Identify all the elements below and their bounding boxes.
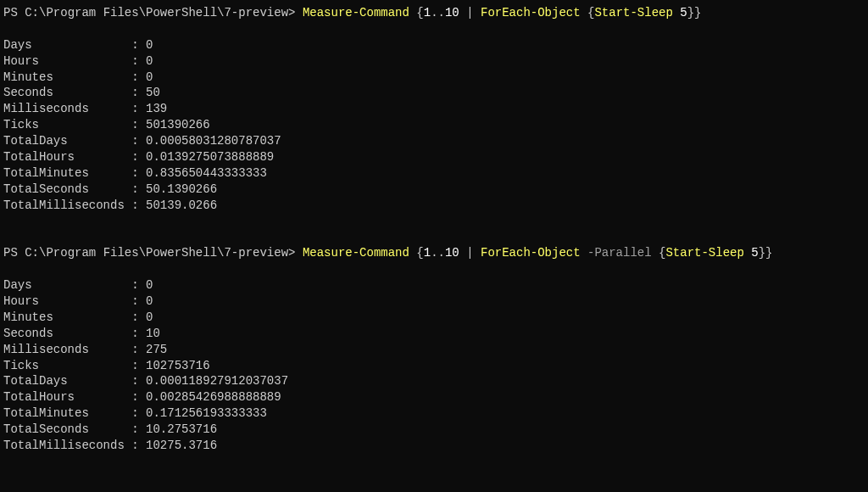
output-value: 0	[139, 294, 153, 308]
output-colon: :	[131, 166, 138, 180]
output-row: Milliseconds : 275	[3, 342, 865, 358]
cmd-token: 5	[673, 6, 687, 20]
output-label: TotalMinutes	[3, 406, 131, 420]
output-value: 10275.3716	[139, 439, 217, 452]
prompt-line: PS C:\Program Files\PowerShell\7-preview…	[3, 5, 865, 21]
output-label: Days	[3, 278, 131, 292]
blank-line	[3, 21, 865, 37]
prompt-prefix: PS	[3, 246, 25, 260]
output-colon: :	[131, 406, 138, 420]
output-value: 139	[139, 102, 168, 115]
output-colon: :	[131, 134, 138, 148]
output-colon: :	[131, 118, 138, 131]
output-value: 50139.0266	[139, 198, 217, 212]
output-colon: :	[131, 310, 138, 324]
output-colon: :	[131, 439, 138, 452]
output-value: 0	[139, 38, 153, 52]
prompt-line: PS C:\Program Files\PowerShell\7-preview…	[3, 245, 865, 261]
output-colon: :	[131, 278, 138, 292]
output-colon: :	[131, 359, 138, 372]
output-label: TotalHours	[3, 390, 131, 404]
output-label: Hours	[3, 294, 131, 308]
prompt-caret: >	[288, 6, 303, 20]
output-colon: :	[131, 390, 138, 404]
output-value: 0.000118927912037037	[139, 374, 288, 388]
cmd-token: -Parallel	[587, 246, 652, 260]
cmd-token: 1	[424, 246, 431, 260]
output-value: 102753716	[139, 359, 210, 372]
cmd-token: |	[459, 246, 481, 260]
command-input[interactable]: Measure-Command {1..10 | ForEach-Object …	[303, 246, 773, 260]
output-colon: :	[131, 182, 138, 196]
output-colon: :	[131, 150, 138, 164]
output-colon: :	[131, 86, 138, 99]
output-value: 0.835650443333333	[139, 166, 267, 180]
output-value: 0	[139, 278, 153, 292]
output-colon: :	[131, 374, 138, 388]
output-value: 0.00285426988888889	[139, 390, 281, 404]
prompt-prefix: PS	[3, 6, 25, 20]
output-label: TotalMilliseconds	[3, 198, 131, 212]
output-row: Minutes : 0	[3, 310, 865, 326]
output-row: TotalDays : 0.000118927912037037	[3, 373, 865, 389]
output-colon: :	[131, 327, 138, 340]
output-row: Milliseconds : 139	[3, 101, 865, 117]
output-row: TotalSeconds : 10.2753716	[3, 422, 865, 438]
output-value: 0.171256193333333	[139, 406, 267, 420]
output-label: Days	[3, 38, 131, 52]
terminal-output[interactable]: PS C:\Program Files\PowerShell\7-preview…	[0, 0, 868, 459]
cmd-token: {	[652, 246, 666, 260]
output-value: 0.00058031280787037	[139, 134, 281, 148]
output-value: 0	[139, 54, 153, 68]
output-value: 50.1390266	[139, 182, 217, 196]
cmd-token: ForEach-Object	[481, 246, 581, 260]
cmd-token: 10	[445, 246, 459, 260]
cmd-token: Start-Sleep	[665, 246, 743, 260]
cmd-token: {	[581, 6, 595, 20]
cmd-token: }}	[759, 246, 773, 260]
output-value: 10.2753716	[139, 422, 217, 436]
cmd-token: 1	[424, 6, 431, 20]
output-row: Seconds : 10	[3, 326, 865, 342]
output-label: Minutes	[3, 70, 131, 84]
output-row: TotalSeconds : 50.1390266	[3, 182, 865, 198]
output-colon: :	[131, 102, 138, 115]
blank-line	[3, 261, 865, 277]
output-label: Milliseconds	[3, 343, 131, 356]
output-label: TotalDays	[3, 374, 131, 388]
output-row: Minutes : 0	[3, 70, 865, 86]
cmd-token: ForEach-Object	[481, 6, 581, 20]
blank-line	[3, 214, 865, 230]
cmd-token: |	[459, 6, 481, 20]
output-row: Hours : 0	[3, 53, 865, 70]
cmd-token: ..	[431, 6, 445, 20]
output-label: TotalSeconds	[3, 422, 131, 436]
output-colon: :	[131, 343, 138, 356]
output-row: TotalMilliseconds : 10275.3716	[3, 438, 865, 454]
cmd-token: ..	[431, 246, 445, 260]
output-row: TotalMinutes : 0.171256193333333	[3, 405, 865, 422]
output-label: TotalMinutes	[3, 166, 131, 180]
cmd-token: Measure-Command	[303, 246, 409, 260]
output-colon: :	[131, 38, 138, 52]
output-value: 50	[139, 86, 160, 99]
output-label: TotalSeconds	[3, 182, 131, 196]
output-colon: :	[131, 198, 138, 212]
output-row: Ticks : 501390266	[3, 117, 865, 133]
command-input[interactable]: Measure-Command {1..10 | ForEach-Object …	[303, 6, 702, 20]
output-label: Hours	[3, 54, 131, 68]
cmd-token: {	[409, 246, 424, 260]
cmd-token: Start-Sleep	[594, 6, 672, 20]
output-label: Ticks	[3, 359, 131, 372]
blank-line	[3, 229, 865, 245]
cmd-token	[581, 246, 587, 260]
output-label: Seconds	[3, 327, 131, 340]
output-label: Minutes	[3, 310, 131, 324]
prompt-caret: >	[288, 246, 303, 260]
output-value: 0	[139, 310, 153, 324]
output-colon: :	[131, 54, 138, 68]
output-colon: :	[131, 70, 138, 84]
output-row: Seconds : 50	[3, 85, 865, 101]
output-row: TotalDays : 0.00058031280787037	[3, 133, 865, 149]
output-label: Ticks	[3, 118, 131, 131]
